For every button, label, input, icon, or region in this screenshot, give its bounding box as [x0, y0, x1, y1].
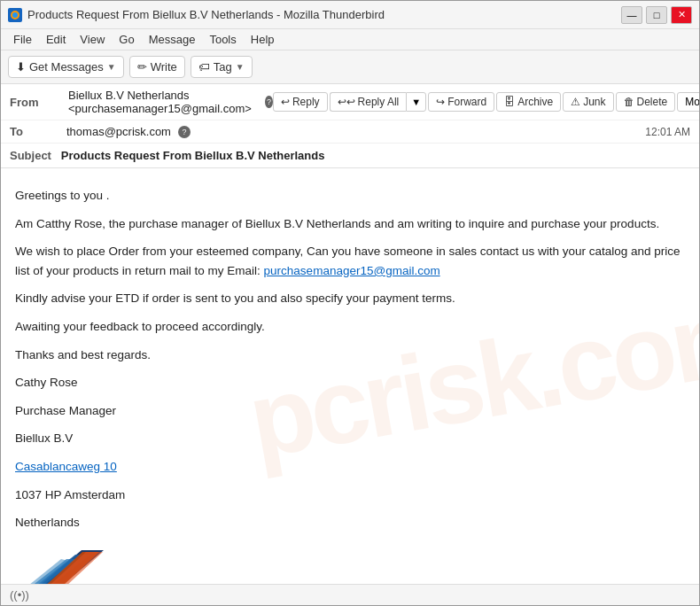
from-row: From Biellux B.V Netherlands <purchasema…	[1, 84, 699, 120]
tag-icon: 🏷	[198, 60, 210, 74]
delete-button[interactable]: 🗑 Delete	[616, 92, 676, 112]
window-title: Products Request From Biellux B.V Nether…	[27, 8, 385, 21]
tag-arrow-icon: ▼	[236, 62, 245, 72]
more-label: More	[685, 96, 700, 108]
maximize-button[interactable]: □	[646, 6, 667, 24]
body-para5: Thanks and best regards.	[15, 346, 685, 365]
body-para3: Kindly advise your ETD if order is sent …	[15, 289, 685, 308]
reply-icon: ↩	[281, 96, 290, 108]
junk-button[interactable]: ⚠ Junk	[563, 92, 613, 112]
reply-button[interactable]: ↩ Reply	[273, 92, 328, 112]
status-bar: ((•))	[1, 584, 699, 605]
signature-country: Netherlands	[15, 513, 685, 532]
more-button[interactable]: More ▼	[677, 92, 700, 112]
delete-icon: 🗑	[624, 96, 634, 108]
write-label: Write	[151, 60, 177, 74]
email-timestamp: 12:01 AM	[645, 126, 690, 138]
menu-message[interactable]: Message	[144, 31, 201, 48]
title-bar-left: Products Request From Biellux B.V Nether…	[8, 8, 385, 22]
body-greeting: Greetings to you .	[15, 186, 685, 206]
action-buttons: ↩ Reply ↩↩ Reply All ▼ ↪ Forward 🗄 Arch	[273, 92, 700, 112]
archive-icon: 🗄	[504, 96, 515, 108]
menu-bar: File Edit View Go Message Tools Help	[1, 29, 699, 50]
body-email-link[interactable]: purchasemanager15@gmail.com	[264, 264, 440, 277]
security-icon[interactable]: ?	[265, 96, 273, 108]
body-para4: Awaiting your feedback to proceed accord…	[15, 317, 685, 337]
body-para1: Am Catthy Rose, the purchase manager of …	[15, 214, 685, 234]
tag-button[interactable]: 🏷 Tag ▼	[191, 56, 253, 78]
reply-all-dropdown[interactable]: ▼	[406, 92, 426, 112]
get-messages-button[interactable]: ⬇ Get Messages ▼	[8, 56, 124, 78]
to-email: thomas@pcrisk.com	[66, 125, 171, 138]
to-left: To thomas@pcrisk.com ?	[10, 125, 191, 138]
forward-icon: ↪	[436, 96, 445, 108]
app-icon	[8, 8, 22, 22]
write-icon: ✏	[137, 60, 147, 74]
signature-name: Cathy Rose	[15, 373, 685, 392]
subject-row: Subject Products Request From Biellux B.…	[1, 144, 699, 167]
main-window: Products Request From Biellux B.V Nether…	[0, 0, 700, 606]
signature-address-link: Casablancaweg 10	[15, 457, 685, 477]
reply-all-icon: ↩↩	[338, 96, 355, 108]
minimize-button[interactable]: —	[621, 6, 642, 24]
tag-label: Tag	[214, 60, 232, 74]
get-messages-label: Get Messages	[29, 60, 104, 74]
to-label: To	[10, 125, 63, 138]
get-messages-arrow-icon: ▼	[107, 62, 116, 72]
to-row: To thomas@pcrisk.com ? 12:01 AM	[1, 120, 699, 144]
reply-all-group: ↩↩ Reply All ▼	[330, 92, 427, 112]
menu-file[interactable]: File	[8, 31, 37, 48]
menu-edit[interactable]: Edit	[41, 31, 71, 48]
get-messages-icon: ⬇	[16, 60, 26, 74]
from-name: Biellux B.V Netherlands <purchasemanager…	[68, 89, 256, 115]
archive-label: Archive	[517, 96, 553, 108]
address-link[interactable]: Casablancaweg 10	[15, 460, 117, 473]
delete-label: Delete	[637, 96, 668, 108]
subject-value: Products Request From Biellux B.V Nether…	[61, 149, 325, 162]
reply-label: Reply	[292, 96, 320, 108]
logo-svg	[15, 541, 121, 584]
junk-label: Junk	[583, 96, 605, 108]
body-para2: We wish to place Order from your esteeme…	[15, 242, 685, 280]
forward-button[interactable]: ↪ Forward	[428, 92, 494, 112]
email-header: From Biellux B.V Netherlands <purchasema…	[1, 84, 699, 168]
subject-label: Subject	[10, 149, 51, 162]
from-label: From	[10, 96, 63, 109]
archive-button[interactable]: 🗄 Archive	[496, 92, 561, 112]
write-button[interactable]: ✏ Write	[129, 56, 185, 78]
toolbar: ⬇ Get Messages ▼ ✏ Write 🏷 Tag ▼	[1, 50, 699, 84]
to-security-icon[interactable]: ?	[178, 126, 191, 138]
reply-all-button[interactable]: ↩↩ Reply All	[330, 92, 407, 112]
junk-icon: ⚠	[571, 96, 580, 108]
title-bar: Products Request From Biellux B.V Nether…	[1, 1, 699, 29]
menu-help[interactable]: Help	[245, 31, 280, 48]
signature-postcode: 1037 HP Amsterdam	[15, 486, 685, 505]
company-logo	[15, 541, 685, 584]
menu-go[interactable]: Go	[113, 31, 139, 48]
forward-label: Forward	[447, 96, 486, 108]
menu-tools[interactable]: Tools	[204, 31, 241, 48]
signal-icon: ((•))	[10, 588, 29, 602]
menu-view[interactable]: View	[74, 31, 110, 48]
close-button[interactable]: ✕	[671, 6, 692, 24]
svg-point-1	[12, 12, 18, 18]
window-controls: — □ ✕	[621, 6, 692, 24]
signature-title: Purchase Manager	[15, 401, 685, 421]
email-body: pcrisk.com Greetings to you . Am Catthy …	[1, 168, 699, 584]
reply-all-label: Reply All	[358, 96, 400, 108]
signature-company: Biellux B.V	[15, 429, 685, 448]
